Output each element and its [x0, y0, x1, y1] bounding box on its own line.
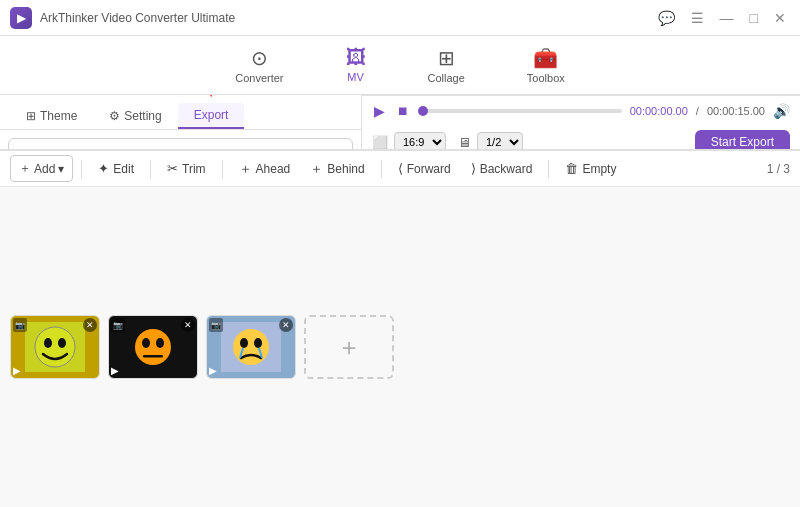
window-controls: 💬 ☰ — □ ✕ [654, 8, 790, 28]
edit-label: Edit [113, 162, 134, 176]
clip-2-thumb-icon: 📷 [209, 318, 223, 332]
nav-converter-label: Converter [235, 72, 283, 84]
export-tab-arrow: ▼ [202, 95, 220, 102]
svg-point-10 [135, 329, 171, 365]
edit-icon: ✦ [98, 161, 109, 176]
export-tab-label: Export [194, 108, 229, 122]
converter-icon: ⊙ [251, 46, 268, 70]
page-counter: 1 / 3 [767, 162, 790, 176]
app-icon: ▶ [10, 7, 32, 29]
time-total: 00:00:15.00 [707, 105, 765, 117]
aspect-ratio-icon: ⬜ [372, 135, 388, 150]
setting-tab-icon: ⚙ [109, 109, 120, 123]
svg-rect-13 [143, 355, 163, 358]
clip-0-close[interactable]: ✕ [83, 318, 97, 332]
progress-dot [418, 106, 428, 116]
trim-label: Trim [182, 162, 206, 176]
forward-label: Forward [407, 162, 451, 176]
menu-icon[interactable]: ☰ [687, 8, 708, 28]
time-separator: / [696, 105, 699, 117]
clip-0-play[interactable]: ▶ [13, 365, 21, 376]
trim-icon: ✂ [167, 161, 178, 176]
behind-label: Behind [327, 162, 364, 176]
right-panel: ▶ ⏹ 00:00:00.00 / 00:00:15.00 🔊 ⬜ 16:9 4… [362, 95, 800, 149]
maximize-button[interactable]: □ [746, 8, 762, 28]
progress-bar[interactable] [419, 109, 622, 113]
behind-button[interactable]: ＋ Behind [302, 156, 372, 182]
app-title: ArkThinker Video Converter Ultimate [40, 11, 654, 25]
tab-setting[interactable]: ⚙ Setting [93, 103, 177, 129]
timeline-item-2[interactable]: ✕ ▶ 📷 [206, 315, 296, 379]
behind-icon: ＋ [310, 160, 323, 178]
clip-1-close[interactable]: ✕ [181, 318, 195, 332]
start-export-right-button[interactable]: Start Export [695, 130, 790, 149]
divider-2 [150, 160, 151, 178]
panels-row: ⊞ Theme ⚙ Setting ▼ Export Name: New MV.… [0, 95, 800, 149]
forward-button[interactable]: ⟨ Forward [390, 157, 459, 180]
svg-point-15 [233, 329, 269, 365]
edit-button[interactable]: ✦ Edit [90, 157, 142, 180]
empty-icon: 🗑 [565, 161, 578, 176]
theme-tab-label: Theme [40, 109, 77, 123]
trim-button[interactable]: ✂ Trim [159, 157, 214, 180]
add-chevron: ▾ [58, 162, 64, 176]
svg-point-6 [35, 327, 75, 367]
add-icon: ＋ [19, 160, 31, 177]
clip-2-thumb [221, 322, 281, 372]
svg-point-16 [240, 338, 248, 348]
nav-toolbox[interactable]: 🧰 Toolbox [511, 42, 581, 88]
settings-form: Name: New MV.gif ✏ Format: GIF MP4 AVI F… [8, 138, 353, 149]
tab-export[interactable]: ▼ Export [178, 103, 245, 129]
play-button[interactable]: ▶ [372, 101, 387, 121]
add-clip-icon: ＋ [337, 331, 361, 363]
volume-icon[interactable]: 🔊 [773, 103, 790, 119]
main-navigation: ⊙ Converter 🖼 MV ⊞ Collage 🧰 Toolbox [0, 36, 800, 95]
divider-3 [222, 160, 223, 178]
svg-point-8 [58, 338, 66, 348]
theme-tab-icon: ⊞ [26, 109, 36, 123]
clip-2-play[interactable]: ▶ [209, 365, 217, 376]
svg-point-17 [254, 338, 262, 348]
add-clip-placeholder[interactable]: ＋ [304, 315, 394, 379]
backward-button[interactable]: ⟩ Backward [463, 157, 541, 180]
close-button[interactable]: ✕ [770, 8, 790, 28]
svg-point-11 [142, 338, 150, 348]
divider-4 [381, 160, 382, 178]
timeline: ✕ ▶ 📷 ✕ ▶ 📷 [0, 186, 800, 507]
player-controls: ▶ ⏹ 00:00:00.00 / 00:00:15.00 🔊 [362, 95, 800, 126]
mv-icon: 🖼 [346, 46, 366, 69]
bottom-toolbar: ＋ Add ▾ ✦ Edit ✂ Trim ＋ Ahead ＋ Behind [0, 150, 800, 186]
title-bar: ▶ ArkThinker Video Converter Ultimate 💬 … [0, 0, 800, 36]
left-panel: ⊞ Theme ⚙ Setting ▼ Export Name: New MV.… [0, 95, 362, 149]
timeline-item-0[interactable]: ✕ ▶ 📷 [10, 315, 100, 379]
nav-toolbox-label: Toolbox [527, 72, 565, 84]
ahead-button[interactable]: ＋ Ahead [231, 156, 299, 182]
nav-collage[interactable]: ⊞ Collage [412, 42, 481, 88]
clip-1-play[interactable]: ▶ [111, 365, 119, 376]
nav-converter[interactable]: ⊙ Converter [219, 42, 299, 88]
add-label: Add [34, 162, 55, 176]
clip-0-thumb [25, 322, 85, 372]
clip-2-close[interactable]: ✕ [279, 318, 293, 332]
divider-1 [81, 160, 82, 178]
empty-button[interactable]: 🗑 Empty [557, 157, 624, 180]
tab-theme[interactable]: ⊞ Theme [10, 103, 93, 129]
zoom-select[interactable]: 1/2 1/1 2/1 [477, 132, 523, 149]
nav-collage-label: Collage [428, 72, 465, 84]
timeline-item-1[interactable]: ✕ ▶ 📷 [108, 315, 198, 379]
toolbox-icon: 🧰 [533, 46, 558, 70]
aspect-ratio-select[interactable]: 16:9 4:3 1:1 [394, 132, 446, 149]
clip-1-thumb-icon: 📷 [111, 318, 125, 332]
setting-tab-label: Setting [124, 109, 161, 123]
stop-button[interactable]: ⏹ [395, 102, 411, 120]
minimize-button[interactable]: — [716, 8, 738, 28]
zoom-icon: 🖥 [458, 135, 471, 150]
nav-mv-label: MV [347, 71, 364, 83]
bottom-section: ＋ Add ▾ ✦ Edit ✂ Trim ＋ Ahead ＋ Behind [0, 149, 800, 507]
svg-point-12 [156, 338, 164, 348]
add-button[interactable]: ＋ Add ▾ [10, 155, 73, 182]
nav-mv[interactable]: 🖼 MV [330, 42, 382, 88]
chat-icon[interactable]: 💬 [654, 8, 679, 28]
ahead-icon: ＋ [239, 160, 252, 178]
clip-1-thumb [123, 322, 183, 372]
